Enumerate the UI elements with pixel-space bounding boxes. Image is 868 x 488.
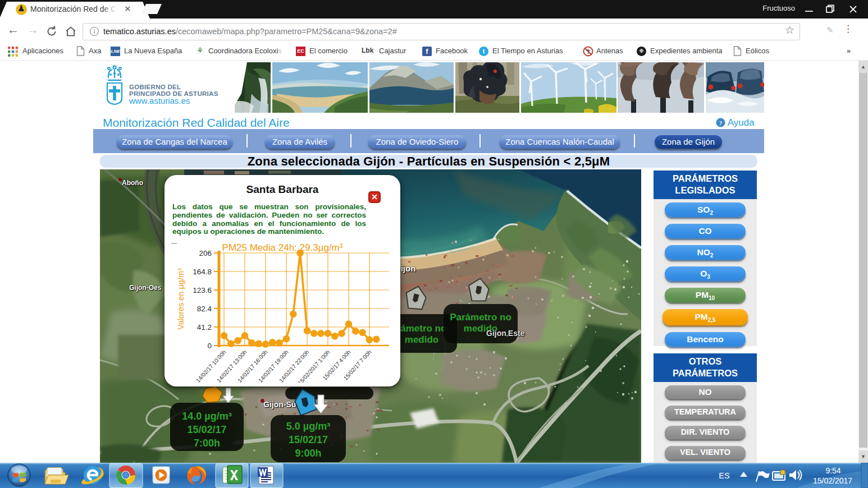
svg-text:PM25 Media 24h: 29.3µg/m³: PM25 Media 24h: 29.3µg/m³ xyxy=(222,242,343,253)
svg-text:0: 0 xyxy=(207,342,212,350)
svg-text:ES: ES xyxy=(719,471,729,480)
svg-text:9:54: 9:54 xyxy=(825,466,840,475)
svg-text:www.asturias.es: www.asturias.es xyxy=(129,96,190,105)
svg-text:GOBIERNO DEL: GOBIERNO DEL xyxy=(129,84,181,90)
svg-text:Valores en µg/m³: Valores en µg/m³ xyxy=(176,268,185,330)
svg-text:206: 206 xyxy=(199,249,212,257)
svg-text:82.4: 82.4 xyxy=(197,305,212,313)
svg-text:?: ? xyxy=(719,119,723,126)
svg-text:15/02/2017: 15/02/2017 xyxy=(813,476,852,485)
svg-text:123.6: 123.6 xyxy=(193,286,212,294)
svg-text:164.8: 164.8 xyxy=(193,268,212,276)
svg-text:41.2: 41.2 xyxy=(197,323,212,332)
